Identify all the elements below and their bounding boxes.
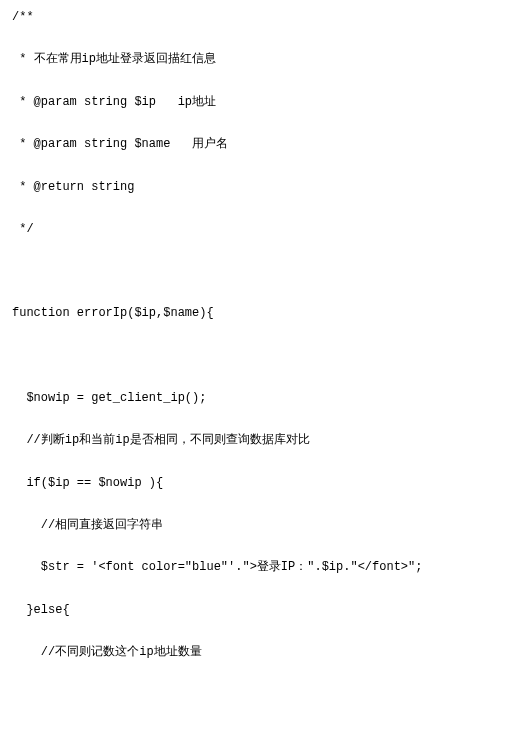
blank-line	[12, 250, 493, 264]
blank-line	[12, 321, 493, 335]
code-line: $str = '<font color="blue"'.">登录IP：".$ip…	[12, 560, 493, 574]
blank-line	[12, 589, 493, 603]
blank-line	[12, 335, 493, 349]
blank-line	[12, 617, 493, 631]
blank-line	[12, 419, 493, 433]
blank-line	[12, 109, 493, 123]
code-line: */	[12, 222, 493, 236]
blank-line	[12, 363, 493, 377]
blank-line	[12, 194, 493, 208]
blank-line	[12, 405, 493, 419]
blank-line	[12, 236, 493, 250]
blank-line	[12, 377, 493, 391]
code-line: if($ip == $nowip ){	[12, 476, 493, 490]
blank-line	[12, 546, 493, 560]
blank-line	[12, 38, 493, 52]
blank-line	[12, 532, 493, 546]
blank-line	[12, 504, 493, 518]
blank-line	[12, 292, 493, 306]
blank-line	[12, 490, 493, 504]
code-line: * @param string $ip ip地址	[12, 95, 493, 109]
blank-line	[12, 278, 493, 292]
code-line: //判断ip和当前ip是否相同，不同则查询数据库对比	[12, 433, 493, 447]
blank-line	[12, 208, 493, 222]
blank-line	[12, 67, 493, 81]
blank-line	[12, 631, 493, 645]
code-line: //相同直接返回字符串	[12, 518, 493, 532]
code-line: /**	[12, 10, 493, 24]
code-line: * @return string	[12, 180, 493, 194]
code-line: function errorIp($ip,$name){	[12, 306, 493, 320]
blank-line	[12, 264, 493, 278]
code-line: }else{	[12, 603, 493, 617]
blank-line	[12, 575, 493, 589]
code-line: $nowip = get_client_ip();	[12, 391, 493, 405]
blank-line	[12, 349, 493, 363]
code-line: * 不在常用ip地址登录返回描红信息	[12, 52, 493, 66]
blank-line	[12, 152, 493, 166]
code-line: //不同则记数这个ip地址数量	[12, 645, 493, 659]
blank-line	[12, 448, 493, 462]
code-line: * @param string $name 用户名	[12, 137, 493, 151]
blank-line	[12, 166, 493, 180]
blank-line	[12, 81, 493, 95]
blank-line	[12, 462, 493, 476]
blank-line	[12, 123, 493, 137]
blank-line	[12, 24, 493, 38]
